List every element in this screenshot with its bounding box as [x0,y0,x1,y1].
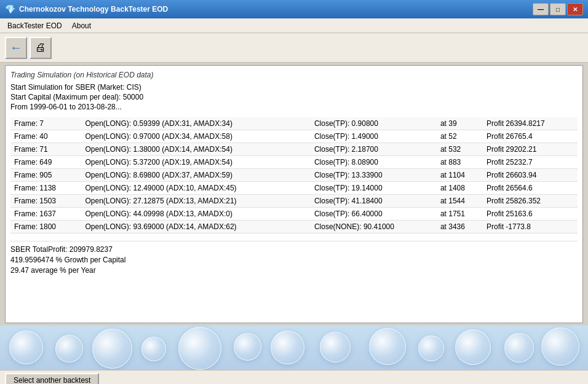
start-capital-label: Start Capital (Maximum per deal): 50000 [10,93,578,101]
table-row: Frame: 649 Open(LONG): 5.37200 (ADX:19, … [10,156,578,169]
trade-frame: Frame: 649 [10,156,81,169]
bottom-bar: Select another backtest [0,370,588,384]
trades-table: Frame: 7 Open(LONG): 0.59399 (ADX:31, AM… [10,117,578,233]
minimize-button[interactable]: — [533,3,549,15]
table-row: Frame: 40 Open(LONG): 0.97000 (ADX:34, A… [10,130,578,143]
trade-open: Open(LONG): 8.69800 (ADX:37, AMADX:59) [81,169,310,182]
diamond-gem-4 [141,337,166,361]
main-content: Trading Simulation (on Historical EOD da… [5,65,583,323]
trade-at: at 3436 [437,221,483,233]
trade-close: Close(NONE): 90.41000 [311,221,437,233]
trade-close: Close(TP): 8.08900 [311,156,437,169]
maximize-button[interactable]: □ [550,3,566,15]
menu-item-backtester-eod[interactable]: BackTester EOD [2,20,67,31]
trade-profit: Profit 26765.4 [483,130,578,143]
trade-close: Close(TP): 19.14000 [311,182,437,195]
trade-close: Close(TP): 0.90800 [311,117,437,130]
date-range-label: From 1999-06-01 to 2013-08-28... [10,103,578,111]
window-controls: — □ ✕ [533,3,583,15]
print-button[interactable]: 🖨 [30,37,52,59]
table-row: Frame: 905 Open(LONG): 8.69800 (ADX:37, … [10,169,578,182]
trade-close: Close(TP): 13.33900 [311,169,437,182]
trade-profit: Profit 25826.352 [483,195,578,208]
diamond-gem-12 [504,333,534,362]
toolbar: ← 🖨 [0,33,588,63]
trades-table-section: Frame: 7 Open(LONG): 0.59399 (ADX:31, AM… [10,117,578,233]
summary-section: SBER TotalProfit: 209979.8237 419.959647… [10,241,578,275]
trade-frame: Frame: 71 [10,143,81,156]
trade-at: at 532 [437,143,483,156]
diamond-gem-10 [418,335,444,361]
title-bar: 💎 Chernokozov Technology BackTester EOD … [0,0,588,18]
trade-at: at 1751 [437,208,483,221]
trade-open: Open(LONG): 0.97000 (ADX:34, AMADX:58) [81,130,310,143]
start-simulation-label: Start Simulation for SBER (Market: CIS) [10,83,578,92]
trade-at: at 1544 [437,195,483,208]
trade-open: Open(LONG): 1.38000 (ADX:14, AMADX:54) [81,143,310,156]
trade-open: Open(LONG): 27.12875 (ADX:13, AMADX:21) [81,195,310,208]
diamond-gem-7 [271,331,304,364]
trade-profit: Profit 29202.21 [483,143,578,156]
total-profit: SBER TotalProfit: 209979.8237 [10,245,578,254]
app-title: Chernokozov Technology BackTester EOD [19,5,168,14]
diamond-gem-6 [234,333,261,361]
diamond-gem-8 [320,332,351,362]
trade-open: Open(LONG): 0.59399 (ADX:31, AMADX:34) [81,117,310,130]
trade-profit: Profit 26394.8217 [483,117,578,130]
print-icon: 🖨 [35,41,46,54]
diamond-gem-3 [92,329,132,369]
trade-close: Close(TP): 2.18700 [311,143,437,156]
trade-open: Open(LONG): 93.69000 (ADX:14, AMADX:62) [81,221,310,233]
trade-at: at 883 [437,156,483,169]
trade-frame: Frame: 1637 [10,208,81,221]
trade-frame: Frame: 40 [10,130,81,143]
trade-profit: Profit 26603.94 [483,169,578,182]
trade-at: at 52 [437,130,483,143]
close-button[interactable]: ✕ [567,3,583,15]
trade-close: Close(TP): 1.49000 [311,130,437,143]
trade-frame: Frame: 1800 [10,221,81,233]
table-row: Frame: 1138 Open(LONG): 12.49000 (ADX:10… [10,182,578,195]
menu-item-about[interactable]: About [67,20,96,31]
trade-profit: Profit 25232.7 [483,156,578,169]
app-icon: 💎 [5,4,15,14]
trade-at: at 1104 [437,169,483,182]
growth-percent: 419.9596474 % Growth per Capital [10,256,578,264]
trade-at: at 1408 [437,182,483,195]
avg-year: 29.47 average % per Year [10,266,578,275]
table-row: Frame: 7 Open(LONG): 0.59399 (ADX:31, AM… [10,117,578,130]
trade-open: Open(LONG): 44.09998 (ADX:13, AMADX:0) [81,208,310,221]
diamond-gem-11 [455,329,491,365]
trade-close: Close(TP): 66.40000 [311,208,437,221]
section-title: Trading Simulation (on Historical EOD da… [10,71,578,79]
trade-profit: Profit 26564.6 [483,182,578,195]
diamond-gem-5 [178,327,221,370]
table-row: Frame: 1800 Open(LONG): 93.69000 (ADX:14… [10,221,578,233]
trade-frame: Frame: 1138 [10,182,81,195]
back-button[interactable]: ← [5,37,27,59]
trade-frame: Frame: 7 [10,117,81,130]
trade-open: Open(LONG): 5.37200 (ADX:19, AMADX:54) [81,156,310,169]
diamond-background [0,326,588,370]
diamond-gem-13 [541,327,579,366]
trade-open: Open(LONG): 12.49000 (ADX:10, AMADX:45) [81,182,310,195]
trade-profit: Profit -1773.8 [483,221,578,233]
trade-profit: Profit 25163.6 [483,208,578,221]
trade-at: at 39 [437,117,483,130]
trade-frame: Frame: 905 [10,169,81,182]
diamond-gem-2 [55,335,83,362]
trade-close: Close(TP): 41.18400 [311,195,437,208]
table-row: Frame: 71 Open(LONG): 1.38000 (ADX:14, A… [10,143,578,156]
diamond-gem-9 [369,328,406,365]
menu-bar: BackTester EOD About [0,18,588,33]
select-backtest-button[interactable]: Select another backtest [5,373,99,385]
trade-frame: Frame: 1503 [10,195,81,208]
table-row: Frame: 1637 Open(LONG): 44.09998 (ADX:13… [10,208,578,221]
back-icon: ← [10,41,22,55]
table-row: Frame: 1503 Open(LONG): 27.12875 (ADX:13… [10,195,578,208]
diamond-gem-1 [9,331,43,364]
